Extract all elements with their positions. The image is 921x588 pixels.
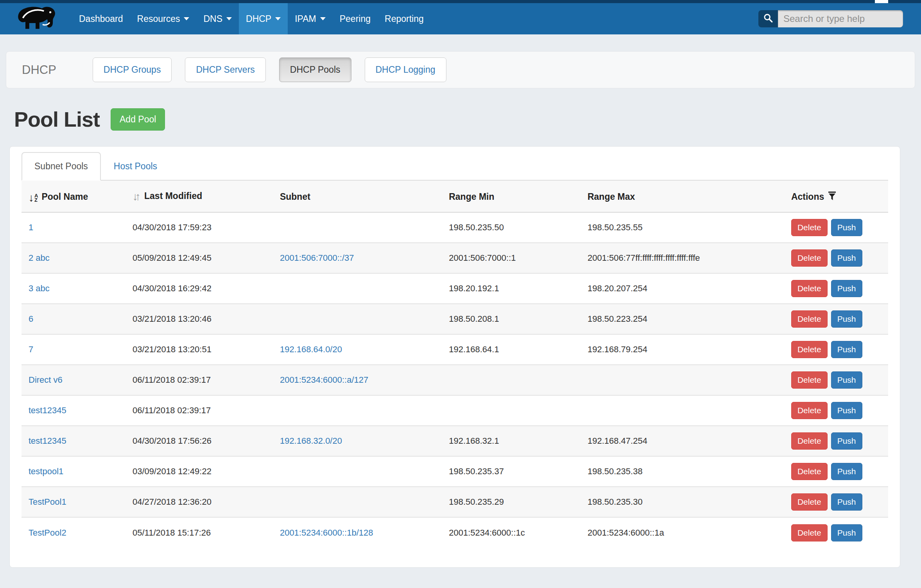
subnet-link[interactable]: 192.168.64.0/20 <box>280 344 342 354</box>
subnet-link[interactable]: 2001:506:7000::/37 <box>280 253 354 263</box>
actions-cell: DeletePush <box>784 365 888 395</box>
subnet-link[interactable]: 2001:5234:6000::1b/128 <box>280 528 373 538</box>
last-modified-cell: 04/30/2018 16:29:42 <box>125 273 273 304</box>
range-max-cell: 198.50.235.30 <box>581 487 784 517</box>
push-button[interactable]: Push <box>831 493 862 511</box>
subnav-button-dhcp-pools[interactable]: DHCP Pools <box>279 57 351 82</box>
column-label: Range Min <box>449 192 494 202</box>
subnet-cell <box>273 273 442 304</box>
push-button[interactable]: Push <box>831 219 862 236</box>
brand-logo[interactable] <box>15 6 60 32</box>
tab-subnet-pools[interactable]: Subnet Pools <box>22 152 101 181</box>
range-max-cell: 2001:5234:6000::1a <box>581 517 784 548</box>
table-row: Direct v606/11/2018 02:39:172001:5234:60… <box>22 365 888 395</box>
pool-list-card: Subnet PoolsHost Pools ↓AZPool Name↓↑Las… <box>9 146 900 568</box>
pool-name-cell: TestPool1 <box>22 487 125 517</box>
push-button[interactable]: Push <box>831 402 862 419</box>
push-button[interactable]: Push <box>831 371 862 389</box>
nav-item-label: IPAM <box>295 14 316 24</box>
nav-item-dhcp[interactable]: DHCP <box>239 3 288 34</box>
nav-item-dashboard[interactable]: Dashboard <box>72 3 130 34</box>
range-max-cell: 198.50.235.38 <box>581 456 784 487</box>
range-min-cell: 198.50.235.37 <box>442 456 581 487</box>
nav-item-label: DHCP <box>246 14 271 24</box>
subnav-button-dhcp-servers[interactable]: DHCP Servers <box>185 57 265 82</box>
push-button[interactable]: Push <box>831 463 862 480</box>
delete-button[interactable]: Delete <box>791 371 828 389</box>
pool-name-link[interactable]: 1 <box>29 222 33 232</box>
pool-name-link[interactable]: testpool1 <box>29 466 63 476</box>
last-modified-cell: 06/11/2018 02:39:17 <box>125 395 273 426</box>
last-modified-cell: 04/30/2018 17:56:26 <box>125 426 273 456</box>
column-header-pool-name: ↓AZPool Name <box>22 181 125 212</box>
pool-name-link[interactable]: 7 <box>29 344 33 354</box>
add-pool-button[interactable]: Add Pool <box>111 108 165 131</box>
main-navbar: DashboardResourcesDNSDHCPIPAMPeeringRepo… <box>0 3 921 34</box>
column-header-actions: Actions <box>784 181 888 212</box>
delete-button[interactable]: Delete <box>791 432 828 450</box>
last-modified-cell: 06/11/2018 02:39:17 <box>125 365 273 395</box>
nav-item-reporting[interactable]: Reporting <box>378 3 431 34</box>
delete-button[interactable]: Delete <box>791 341 828 358</box>
tab-host-pools[interactable]: Host Pools <box>101 152 170 181</box>
nav-item-peering[interactable]: Peering <box>333 3 378 34</box>
search-icon <box>763 13 774 25</box>
subnet-link[interactable]: 192.168.32.0/20 <box>280 436 342 446</box>
delete-button[interactable]: Delete <box>791 493 828 511</box>
nav-item-ipam[interactable]: IPAM <box>288 3 333 34</box>
table-header-row: ↓AZPool Name↓↑Last ModifiedSubnetRange M… <box>22 181 888 212</box>
nav-item-label: Resources <box>137 14 180 24</box>
pool-name-cell: 2 abc <box>22 243 125 273</box>
nav-item-label: Reporting <box>385 14 424 24</box>
range-min-cell: 2001:506:7000::1 <box>442 243 581 273</box>
last-modified-cell: 05/11/2018 15:17:26 <box>125 517 273 548</box>
nav-item-resources[interactable]: Resources <box>130 3 197 34</box>
range-min-cell: 198.20.192.1 <box>442 273 581 304</box>
search-button[interactable] <box>758 10 778 27</box>
subnet-cell <box>273 304 442 334</box>
delete-button[interactable]: Delete <box>791 463 828 480</box>
delete-button[interactable]: Delete <box>791 280 828 297</box>
row-action-buttons: DeletePush <box>791 432 881 450</box>
pool-name-link[interactable]: 2 abc <box>29 253 50 263</box>
subnav-button-dhcp-groups[interactable]: DHCP Groups <box>93 57 172 82</box>
row-action-buttons: DeletePush <box>791 371 881 389</box>
push-button[interactable]: Push <box>831 341 862 358</box>
push-button[interactable]: Push <box>831 432 862 450</box>
row-action-buttons: DeletePush <box>791 493 881 511</box>
range-min-cell: 198.50.208.1 <box>442 304 581 334</box>
push-button[interactable]: Push <box>831 249 862 267</box>
delete-button[interactable]: Delete <box>791 249 828 267</box>
sort-alpha-asc-icon[interactable]: ↓AZ <box>29 194 38 202</box>
subnet-link[interactable]: 2001:5234:6000::a/127 <box>280 375 368 385</box>
pool-name-link[interactable]: Direct v6 <box>29 375 63 385</box>
push-button[interactable]: Push <box>831 524 862 541</box>
row-action-buttons: DeletePush <box>791 310 881 328</box>
delete-button[interactable]: Delete <box>791 310 828 328</box>
pool-name-link[interactable]: 3 abc <box>29 283 50 293</box>
pool-name-link[interactable]: TestPool2 <box>29 528 66 538</box>
delete-button[interactable]: Delete <box>791 402 828 419</box>
pool-name-link[interactable]: TestPool1 <box>29 497 66 507</box>
push-button[interactable]: Push <box>831 310 862 328</box>
range-min-cell: 198.50.235.50 <box>442 212 581 243</box>
table-row: test1234506/11/2018 02:39:17DeletePush <box>22 395 888 426</box>
subnet-cell <box>273 456 442 487</box>
range-max-cell <box>581 395 784 426</box>
delete-button[interactable]: Delete <box>791 219 828 236</box>
subnet-cell: 2001:506:7000::/37 <box>273 243 442 273</box>
range-max-cell: 2001:506:77ff:ffff:ffff:ffff:ffff:fffe <box>581 243 784 273</box>
pool-name-cell: 7 <box>22 334 125 365</box>
nav-item-dns[interactable]: DNS <box>196 3 239 34</box>
range-min-cell <box>442 395 581 426</box>
pool-name-link[interactable]: test12345 <box>29 405 66 415</box>
filter-icon[interactable] <box>824 192 836 202</box>
last-modified-cell: 03/09/2018 12:49:22 <box>125 456 273 487</box>
push-button[interactable]: Push <box>831 280 862 297</box>
sort-toggle-icon[interactable]: ↓↑ <box>133 190 138 203</box>
delete-button[interactable]: Delete <box>791 524 828 541</box>
pool-name-link[interactable]: test12345 <box>29 436 66 446</box>
pool-name-link[interactable]: 6 <box>29 314 33 324</box>
search-input[interactable] <box>778 10 903 27</box>
subnav-button-dhcp-logging[interactable]: DHCP Logging <box>365 57 446 82</box>
